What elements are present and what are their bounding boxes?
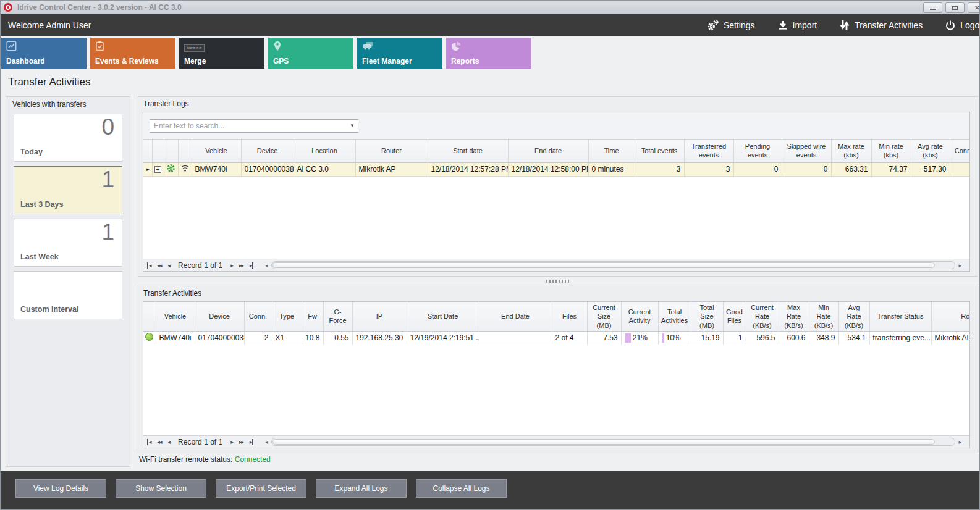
scrollbar-thumb[interactable]	[272, 439, 936, 445]
export-print-selected-button[interactable]: Export/Print Selected	[216, 479, 306, 498]
col-avg-rate[interactable]: Avg Rate (KB/s)	[838, 302, 869, 331]
next-record-button[interactable]: ▸	[227, 439, 236, 445]
cell-current-size: 7.53	[587, 331, 621, 345]
col-total-size[interactable]: Total Size (MB)	[691, 302, 723, 331]
transfer-activities-navigator: ◂ ◂◂ ◂ Record 1 of 1 ▸ ▸▸ ▸ ◂ ▸	[143, 435, 969, 448]
col-time[interactable]: Time	[588, 140, 635, 162]
col-skipped-wire-events[interactable]: Skipped wire events	[782, 140, 831, 162]
status-column-header	[143, 302, 156, 331]
nav-tile-gps[interactable]: GPS	[268, 38, 353, 69]
col-min-rate[interactable]: Min Rate (KB/s)	[809, 302, 838, 331]
cell-transferred-events: 3	[684, 162, 733, 176]
col-max-rate[interactable]: Max rate (kbs)	[831, 140, 871, 162]
minimize-button[interactable]	[923, 2, 942, 13]
total-activities-value: 10%	[664, 333, 681, 342]
logout-button[interactable]: Logout	[945, 20, 980, 31]
col-vehicle[interactable]: Vehicle	[156, 302, 195, 331]
wifi-status-label: Wi-Fi transfer remote status:	[139, 455, 232, 464]
collapse-all-logs-button[interactable]: Collapse All Logs	[416, 479, 507, 498]
horizontal-scrollbar[interactable]: ◂ ▸	[262, 438, 965, 446]
col-total-events[interactable]: Total events	[635, 140, 684, 162]
col-location[interactable]: Location	[294, 140, 355, 162]
scrollbar-track[interactable]	[271, 438, 956, 446]
nav-tile-events-reviews[interactable]: Events & Reviews	[90, 38, 175, 69]
col-start-date[interactable]: Start Date	[407, 302, 479, 331]
combo-dropdown-button[interactable]: ▼	[347, 123, 358, 128]
scrollbar-thumb[interactable]	[272, 262, 936, 268]
col-pending-events[interactable]: Pending events	[733, 140, 782, 162]
expand-all-logs-button[interactable]: Expand All Logs	[316, 479, 407, 498]
col-router[interactable]: Router	[355, 140, 428, 162]
scroll-left-icon[interactable]: ◂	[262, 439, 271, 445]
current-activity-value: 21%	[631, 333, 648, 342]
cell-vehicle: BMW740i	[156, 331, 195, 345]
settings-button[interactable]: Settings	[706, 19, 755, 31]
col-current-size[interactable]: Current Size (MB)	[587, 302, 621, 331]
col-min-rate[interactable]: Min rate (kbs)	[871, 140, 911, 162]
col-max-rate[interactable]: Max Rate (KB/s)	[779, 302, 809, 331]
panel-splitter[interactable]	[138, 278, 978, 284]
col-transfer-status[interactable]: Transfer Status	[869, 302, 931, 331]
prev-record-button[interactable]: ◂	[165, 439, 174, 445]
search-input[interactable]	[150, 122, 347, 130]
col-start-date[interactable]: Start date	[428, 140, 508, 162]
show-selection-button[interactable]: Show Selection	[116, 479, 206, 498]
last-3-days-label: Last 3 Days	[20, 200, 63, 209]
last-record-button[interactable]: ▸	[247, 439, 254, 445]
col-type[interactable]: Type	[272, 302, 302, 331]
expand-icon[interactable]: +	[154, 166, 161, 173]
col-transferred-events[interactable]: Transferred events	[684, 140, 733, 162]
last-record-button[interactable]: ▸	[247, 262, 254, 269]
col-current-rate[interactable]: Current Rate (KB/s)	[746, 302, 779, 331]
col-end-date[interactable]: End Date	[479, 302, 552, 331]
first-record-button[interactable]: ◂	[147, 262, 154, 269]
col-total-activities[interactable]: Total Activities	[658, 302, 691, 331]
interval-card-custom-interval[interactable]: Custom Interval	[14, 271, 122, 319]
col-fw[interactable]: Fw	[302, 302, 323, 331]
expand-cell[interactable]: +	[152, 162, 164, 176]
col-router[interactable]: Rout	[931, 302, 970, 331]
nav-tile-fleet-manager[interactable]: Fleet Manager	[357, 38, 442, 69]
col-good-files[interactable]: Good Files	[723, 302, 746, 331]
transfer-activities-grid: Vehicle Device Conn. Type Fw G-Force IP …	[143, 301, 970, 448]
interval-card-last-week[interactable]: 1 Last Week	[14, 219, 122, 267]
col-files[interactable]: Files	[552, 302, 587, 331]
prev-page-button[interactable]: ◂◂	[154, 439, 165, 445]
col-end-date[interactable]: End date	[508, 140, 588, 162]
scrollbar-track[interactable]	[271, 261, 956, 269]
col-conn[interactable]: Conn.	[244, 302, 272, 331]
import-button[interactable]: Import	[777, 20, 817, 31]
next-page-button[interactable]: ▸▸	[236, 439, 247, 445]
cell-router: Mikrotik AP	[355, 162, 428, 176]
interval-card-last-3-days[interactable]: 1 Last 3 Days	[14, 166, 122, 214]
nav-tile-merge[interactable]: MERGE Merge	[179, 38, 264, 69]
col-ip[interactable]: IP	[352, 302, 407, 331]
col-device[interactable]: Device	[195, 302, 244, 331]
col-conn[interactable]: Conn.	[950, 140, 970, 162]
transfer-log-row[interactable]: ▸ + BMW74	[143, 162, 970, 176]
scroll-right-icon[interactable]: ▸	[955, 439, 965, 445]
scroll-right-icon[interactable]: ▸	[955, 262, 965, 269]
prev-record-button[interactable]: ◂	[165, 262, 174, 269]
next-record-button[interactable]: ▸	[227, 262, 236, 269]
close-button[interactable]: ✕	[968, 2, 980, 13]
transfer-activity-row[interactable]: BMW740i 017040000038 2 X1 10.8 0.55 192.…	[143, 331, 970, 345]
col-current-activity[interactable]: Current Activity	[621, 302, 658, 331]
nav-tile-reports[interactable]: Reports	[446, 38, 531, 69]
horizontal-scrollbar[interactable]: ◂ ▸	[262, 261, 965, 269]
scroll-left-icon[interactable]: ◂	[262, 262, 271, 269]
welcome-text: Welcome Admin User	[8, 20, 91, 30]
search-combo: ▼	[150, 119, 358, 133]
col-avg-rate[interactable]: Avg rate (kbs)	[911, 140, 950, 162]
prev-page-button[interactable]: ◂◂	[154, 262, 165, 269]
col-device[interactable]: Device	[241, 140, 294, 162]
col-vehicle[interactable]: Vehicle	[192, 140, 241, 162]
col-g-force[interactable]: G-Force	[323, 302, 352, 331]
maximize-button[interactable]	[945, 2, 965, 13]
next-page-button[interactable]: ▸▸	[236, 262, 247, 269]
interval-card-today[interactable]: 0 Today	[14, 114, 122, 162]
nav-tile-dashboard[interactable]: Dashboard	[1, 38, 87, 69]
transfer-activities-button[interactable]: Transfer Activities	[839, 19, 923, 31]
view-log-details-button[interactable]: View Log Details	[15, 479, 106, 498]
first-record-button[interactable]: ◂	[147, 439, 154, 445]
